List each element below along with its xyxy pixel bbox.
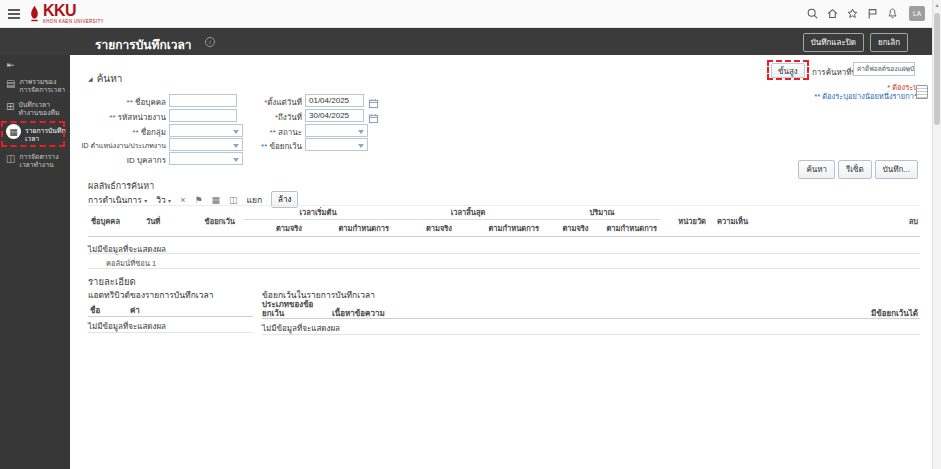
page-title: รายการบันทึกเวลา	[95, 35, 192, 54]
kku-logo[interactable]: KKU KHON KAEN UNIVERSITY	[28, 2, 104, 24]
top-app-bar: KKU KHON KAEN UNIVERSITY LA	[0, 0, 941, 28]
kku-flame-icon	[28, 4, 41, 24]
col-group-start-time: เวลาเริ่มต้น ตามจริงตามกำหนดการ	[243, 206, 393, 236]
team-time-icon: ⊞	[6, 101, 14, 112]
from-date-input[interactable]	[305, 94, 364, 107]
status-select[interactable]	[305, 124, 368, 137]
exc-col-type: ประเภทของข้อยกเว้น	[262, 300, 324, 318]
col-start-actual: ตามจริง	[243, 222, 306, 234]
group-name-label: ชื่อกลุ่ม	[141, 128, 166, 137]
expand-triangle-icon: ◢	[88, 76, 93, 82]
logo-subtitle: KHON KAEN UNIVERSITY	[43, 19, 104, 24]
personnel-id-select[interactable]	[169, 152, 243, 165]
col-group-quantity: ปริมาณ ตามจริงตามกำหนดการ	[543, 206, 661, 236]
detach-icon[interactable]: ◫	[229, 195, 238, 205]
status-label: สถานะ	[278, 128, 302, 137]
vertical-scrollbar[interactable]: ▲	[932, 0, 941, 469]
attributes-title: แอตทริบิวต์ของรายการบันทึกเวลา	[88, 288, 213, 302]
sidebar-item-time-entries[interactable]: ▦ รายการบันทึกเวลา	[0, 127, 70, 144]
col-comment: ความเห็น	[709, 215, 886, 227]
from-date-label: ตั้งแต่วันที่	[267, 98, 302, 107]
unit-code-input[interactable]	[169, 109, 237, 122]
results-empty-text: ไม่มีข้อมูลที่จะแสดงผล	[88, 243, 166, 256]
unit-code-label: รหัสหน่วยงาน	[118, 113, 166, 122]
time-entries-icon: ▦	[6, 124, 21, 139]
delete-row-icon[interactable]: ×	[180, 195, 185, 205]
from-date-calendar-icon[interactable]	[368, 95, 379, 106]
favorites-star-icon[interactable]	[845, 6, 860, 21]
advanced-search-button[interactable]: ขั้นสูง	[771, 63, 805, 78]
cancel-button[interactable]: ยกเลิก	[870, 33, 908, 52]
col-exception: ข้อยกเว้น	[185, 215, 243, 227]
overview-icon: ▤	[6, 78, 15, 89]
search-icon[interactable]	[805, 6, 820, 21]
saved-search-select[interactable]: ค่าดีฟอลต์ของแผ่นบันทึกเวลา	[853, 62, 915, 76]
sidebar-collapse-icon[interactable]: ⇤	[7, 60, 15, 70]
search-button[interactable]: ค้นหา	[798, 160, 835, 179]
save-search-button[interactable]: บันทึก...	[875, 160, 918, 179]
menu-hamburger-icon[interactable]	[8, 9, 20, 19]
col-end-scheduled: ตามกำหนดการ	[456, 222, 543, 234]
to-date-calendar-icon[interactable]	[368, 110, 379, 121]
col-start-scheduled: ตามกำหนดการ	[306, 222, 393, 234]
info-icon[interactable]: i	[205, 37, 215, 47]
col-end-actual: ตามจริง	[393, 222, 456, 234]
exception-label: ข้อยกเว้น	[270, 142, 303, 151]
page-title-bar: รายการบันทึกเวลา i บันทึกและปิด ยกเลิก	[0, 28, 941, 55]
freeze-grid-icon[interactable]: ▦	[211, 195, 220, 205]
to-date-input[interactable]	[305, 109, 364, 122]
sidebar-item-team-time[interactable]: ⊞ บันทึกเวลาทำงานของทีม	[0, 101, 70, 118]
exception-select[interactable]	[305, 138, 368, 151]
caret-down-icon: ▾	[168, 198, 171, 204]
col-date: วันที่	[143, 215, 185, 227]
logo-text: KKU	[43, 2, 76, 19]
details-heading: รายละเอียด	[88, 274, 136, 289]
to-date-label: ถึงวันที่	[278, 113, 302, 122]
scroll-up-arrow[interactable]: ▲	[933, 2, 941, 8]
sidebar-item-work-schedule[interactable]: ◫ การจัดตารางเวลาทำงาน	[0, 153, 70, 170]
col-group-end-time: เวลาสิ้นสุด ตามจริงตามกำหนดการ	[393, 206, 543, 236]
save-and-close-button[interactable]: บันทึกและปิด	[803, 33, 864, 52]
person-name-input[interactable]	[169, 94, 237, 107]
col-person: ชื่อบุคคล	[88, 215, 143, 227]
main-content: ◢ค้นหา ขั้นสูง การค้นหาที่บันทึก ค่าดีฟอ…	[70, 55, 932, 469]
user-avatar[interactable]: LA	[909, 6, 925, 21]
flag-marker-icon[interactable]: ⚑	[194, 195, 202, 205]
person-name-label: ชื่อบุคคล	[135, 98, 166, 107]
messages-flag-icon[interactable]	[865, 6, 880, 21]
scrollbar-thumb[interactable]	[934, 13, 940, 125]
col-qty-scheduled: ตามกำหนดการ	[593, 222, 661, 234]
home-icon[interactable]	[825, 6, 840, 21]
sidebar-nav: ⇤ ▤ ภาพรวมของการจัดการเวลา ⊞ บันทึกเวลาท…	[0, 55, 70, 469]
notifications-bell-icon[interactable]	[885, 6, 900, 21]
reset-button[interactable]: รีเซ็ต	[838, 160, 872, 179]
personnel-id-label: ID บุคลากร	[127, 156, 166, 165]
group-name-select[interactable]	[169, 124, 243, 137]
caret-down-icon: ▾	[144, 198, 147, 204]
col-delete: ลบ	[886, 215, 920, 227]
col-uom: หน่วยวัด	[661, 215, 709, 227]
at-least-one-note: ** ต้องระบุอย่างน้อยหนึ่งรายการ	[814, 90, 918, 102]
search-section-header[interactable]: ◢ค้นหา	[88, 71, 122, 86]
sidebar-item-time-overview[interactable]: ▤ ภาพรวมของการจัดการเวลา	[0, 78, 70, 95]
col-qty-actual: ตามจริง	[543, 222, 593, 234]
side-panel-toggle-icon[interactable]	[916, 85, 928, 99]
position-id-label: ID ตำแหน่งงาน/ประเภทงาน	[81, 142, 166, 149]
results-table: ชื่อบุคคล วันที่ ข้อยกเว้น เวลาเริ่มต้น …	[88, 205, 920, 237]
schedule-icon: ◫	[6, 153, 15, 164]
position-id-select[interactable]	[169, 138, 243, 151]
